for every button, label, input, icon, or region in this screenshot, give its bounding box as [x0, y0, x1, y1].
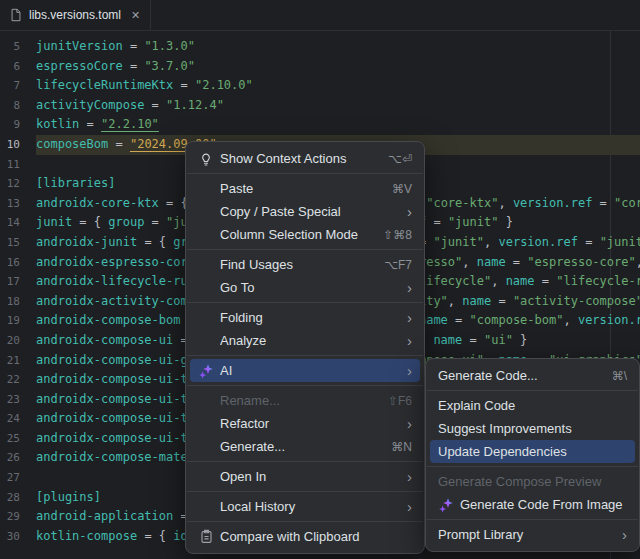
code-token[interactable]: =: [426, 215, 448, 229]
code-token[interactable]: "activity-compose": [513, 294, 640, 308]
code-token[interactable]: ,: [498, 196, 512, 210]
code-token[interactable]: }: [498, 215, 512, 229]
menu-item-column-selection-mode[interactable]: Column Selection Mode⇧⌘8: [190, 223, 420, 246]
code-token[interactable]: name: [506, 274, 535, 288]
menu-item-update-dependencies[interactable]: Update Dependencies: [430, 440, 635, 463]
code-token[interactable]: androidx-compose-ui: [36, 333, 173, 347]
menu-item-paste[interactable]: Paste⌘V: [190, 177, 420, 200]
code-token[interactable]: =: [108, 137, 130, 151]
code-token[interactable]: =: [462, 333, 484, 347]
code-token[interactable]: =: [173, 78, 195, 92]
code-token[interactable]: "2.2.10": [101, 117, 159, 131]
code-token[interactable]: androidx-compose-bom: [36, 313, 181, 327]
code-token[interactable]: androidx-espresso-core: [36, 255, 195, 269]
code-token[interactable]: version.ref: [578, 313, 640, 327]
menu-item-show-context-actions[interactable]: Show Context Actions⌥⏎: [190, 147, 420, 170]
chevron-right-icon: ›: [407, 333, 412, 348]
code-token[interactable]: =: [535, 274, 557, 288]
code-token[interactable]: androidx-junit: [36, 235, 137, 249]
menu-item-prompt-library[interactable]: Prompt Library›: [430, 523, 635, 546]
code-token[interactable]: "1.3.0": [144, 39, 195, 53]
code-token[interactable]: group: [108, 215, 144, 229]
code-line-text[interactable]: activityCompose = "1.12.4": [36, 96, 640, 116]
code-line-text[interactable]: lifecycleRuntimeKtx = "2.10.0": [36, 76, 640, 96]
code-token[interactable]: =: [448, 313, 470, 327]
code-token[interactable]: "lifecycle-runtime-ktx": [556, 274, 640, 288]
code-token[interactable]: ,: [462, 255, 476, 269]
menu-icon-spacer: [198, 469, 214, 485]
code-token[interactable]: name: [462, 294, 491, 308]
code-token[interactable]: "junit": [448, 215, 499, 229]
code-token[interactable]: "junitVersion": [600, 235, 640, 249]
code-line[interactable]: 5junitVersion = "1.3.0": [0, 37, 640, 57]
menu-item-analyze[interactable]: Analyze›: [190, 329, 420, 352]
code-token[interactable]: activityCompose: [36, 98, 144, 112]
code-token[interactable]: =: [491, 294, 513, 308]
code-token[interactable]: = {: [72, 215, 108, 229]
code-token[interactable]: ,: [448, 294, 462, 308]
menu-item-suggest-improvements[interactable]: Suggest Improvements: [430, 417, 635, 440]
code-token[interactable]: kotlin: [36, 117, 79, 131]
code-token[interactable]: lifecycleRuntimeKtx: [36, 78, 173, 92]
menu-item-copy-paste-special[interactable]: Copy / Paste Special›: [190, 200, 420, 223]
code-line[interactable]: 9kotlin = "2.2.10": [0, 115, 640, 135]
menu-item-generate-code-from-image[interactable]: Generate Code From Image: [430, 493, 635, 516]
menu-item-open-in[interactable]: Open In›: [190, 465, 420, 488]
menu-item-local-history[interactable]: Local History›: [190, 495, 420, 518]
code-token[interactable]: =: [578, 235, 600, 249]
code-token[interactable]: =: [123, 59, 145, 73]
code-token[interactable]: "espresso-core": [527, 255, 635, 269]
code-token[interactable]: name: [477, 255, 506, 269]
code-token[interactable]: "coreKtx": [614, 196, 640, 210]
code-token[interactable]: =: [123, 39, 145, 53]
code-token[interactable]: =: [79, 117, 101, 131]
code-token[interactable]: composeBom: [36, 137, 108, 151]
code-token[interactable]: }: [513, 333, 527, 347]
code-token[interactable]: espressoCore: [36, 59, 123, 73]
code-token[interactable]: "core-ktx": [426, 196, 498, 210]
menu-item-generate[interactable]: Generate...⌘N: [190, 435, 420, 458]
code-token[interactable]: "3.7.0": [144, 59, 195, 73]
code-line[interactable]: 7lifecycleRuntimeKtx = "2.10.0": [0, 76, 640, 96]
code-token[interactable]: "ui": [484, 333, 513, 347]
code-line[interactable]: 8activityCompose = "1.12.4": [0, 96, 640, 116]
code-token[interactable]: = {: [137, 235, 173, 249]
code-line-text[interactable]: kotlin = "2.2.10": [36, 115, 640, 135]
code-line-text[interactable]: junitVersion = "1.3.0": [36, 37, 640, 57]
editor-tab-libs-versions-toml[interactable]: libs.versions.toml ✕: [0, 0, 151, 30]
code-token[interactable]: "1.12.4": [166, 98, 224, 112]
menu-item-find-usages[interactable]: Find Usages⌥F7: [190, 253, 420, 276]
code-token[interactable]: kotlin-compose: [36, 529, 137, 543]
code-token[interactable]: version.ref: [498, 235, 577, 249]
code-token[interactable]: = {: [137, 529, 173, 543]
menu-item-generate-code[interactable]: Generate Code...⌘\: [430, 364, 635, 387]
code-token[interactable]: =: [506, 255, 528, 269]
code-token[interactable]: =: [144, 98, 166, 112]
code-token[interactable]: androidx-core-ktx: [36, 196, 159, 210]
code-token[interactable]: "2.10.0": [195, 78, 253, 92]
tab-close-icon[interactable]: ✕: [131, 10, 140, 21]
code-token[interactable]: ,: [563, 313, 577, 327]
code-token[interactable]: =: [144, 215, 166, 229]
code-token[interactable]: ,: [636, 255, 640, 269]
code-token[interactable]: [libraries]: [36, 176, 115, 190]
code-token[interactable]: [plugins]: [36, 490, 101, 504]
code-token[interactable]: =: [592, 196, 614, 210]
code-token[interactable]: junitVersion: [36, 39, 123, 53]
code-token[interactable]: ,: [484, 235, 498, 249]
menu-item-folding[interactable]: Folding›: [190, 306, 420, 329]
menu-item-go-to[interactable]: Go To›: [190, 276, 420, 299]
code-line-text[interactable]: espressoCore = "3.7.0": [36, 57, 640, 77]
code-token[interactable]: ,: [491, 274, 505, 288]
menu-item-explain-code[interactable]: Explain Code: [430, 394, 635, 417]
menu-item-compare-with-clipboard[interactable]: Compare with Clipboard: [190, 525, 420, 548]
code-token[interactable]: "compose-bom": [470, 313, 564, 327]
code-token[interactable]: version.ref: [513, 196, 592, 210]
code-token[interactable]: "junit": [433, 235, 484, 249]
menu-item-ai[interactable]: AI›: [190, 359, 420, 382]
code-line[interactable]: 6espressoCore = "3.7.0": [0, 57, 640, 77]
code-token[interactable]: android-application: [36, 509, 173, 523]
code-token[interactable]: name: [433, 333, 462, 347]
menu-item-refactor[interactable]: Refactor›: [190, 412, 420, 435]
code-token[interactable]: junit: [36, 215, 72, 229]
